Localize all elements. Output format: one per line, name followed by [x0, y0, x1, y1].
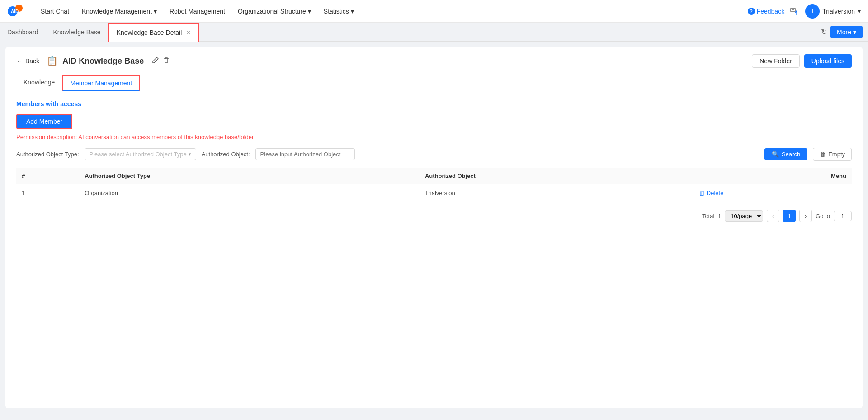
cell-object: Trialversion	[420, 184, 693, 202]
goto-input[interactable]	[834, 211, 852, 221]
cell-menu: 🗑 Delete	[693, 184, 852, 202]
nav-start-chat[interactable]: Start Chat	[35, 5, 75, 18]
nav-organizational-structure[interactable]: Organizational Structure ▾	[232, 5, 316, 18]
cell-index: 1	[16, 184, 79, 202]
table-row: 1 Organization Trialversion 🗑 Delete	[16, 184, 852, 202]
filter-row: Authorized Object Type: Please select Au…	[16, 148, 852, 161]
tab-knowledge[interactable]: Knowledge	[16, 75, 62, 91]
back-button[interactable]: ← Back	[16, 57, 39, 65]
chevron-down-icon: ▾	[154, 8, 157, 15]
tab-dashboard[interactable]: Dashboard	[0, 23, 46, 42]
upload-files-button[interactable]: Upload files	[804, 54, 852, 68]
type-filter-label: Authorized Object Type:	[16, 151, 79, 158]
translate-icon[interactable]	[790, 6, 800, 16]
avatar-circle: T	[805, 4, 820, 19]
members-section: Members with access Add Member Permissio…	[16, 100, 852, 222]
empty-button[interactable]: 🗑 Empty	[813, 148, 852, 161]
col-index: #	[16, 168, 79, 184]
tab-member-management[interactable]: Member Management	[62, 75, 140, 91]
cell-type: Organization	[79, 184, 420, 202]
close-icon[interactable]: ✕	[186, 29, 191, 36]
chevron-down-icon: ▾	[858, 8, 861, 15]
topright-actions: New Folder Upload files	[752, 54, 852, 68]
tabbar-right: ↻ More ▾	[821, 26, 868, 38]
permission-description: Permission description: AI conversation …	[16, 134, 852, 140]
edit-button[interactable]	[152, 56, 159, 65]
nav-statistics[interactable]: Statistics ▾	[318, 5, 359, 18]
chevron-down-icon: ▾	[308, 8, 311, 15]
col-menu: Menu	[693, 168, 852, 184]
question-icon: ?	[748, 8, 755, 15]
kb-title-actions	[152, 56, 170, 65]
search-button[interactable]: 🔍 Search	[764, 148, 807, 160]
page-size-select[interactable]: 10/page 20/page 50/page	[725, 210, 763, 222]
delete-button[interactable]	[163, 56, 170, 65]
goto-label: Go to	[816, 213, 830, 219]
prev-page-button[interactable]: ‹	[767, 210, 779, 222]
row-delete-button[interactable]: 🗑 Delete	[699, 190, 724, 196]
kb-title: 📋 AID Knowledge Base	[47, 56, 170, 66]
type-filter-select[interactable]: Please select Authorized Object Type ▾	[85, 148, 196, 160]
section-title: Members with access	[16, 100, 852, 107]
search-icon: 🔍	[772, 151, 779, 158]
back-row: ← Back 📋 AID Knowledge Base New Fol	[16, 54, 852, 68]
object-filter-input[interactable]	[255, 148, 355, 160]
tab-bar: Dashboard Knowledge Base Knowledge Base …	[0, 23, 868, 42]
nav-knowledge-management[interactable]: Knowledge Management ▾	[76, 5, 162, 18]
new-folder-button[interactable]: New Folder	[752, 54, 800, 68]
top-navigation: AID Start Chat Knowledge Management ▾ Ro…	[0, 0, 868, 23]
object-filter-label: Authorized Object:	[202, 151, 250, 158]
members-table: # Authorized Object Type Authorized Obje…	[16, 168, 852, 202]
col-type: Authorized Object Type	[79, 168, 420, 184]
chevron-down-icon: ▾	[189, 151, 191, 157]
next-page-button[interactable]: ›	[799, 210, 812, 222]
book-icon: 📋	[47, 56, 58, 66]
nav-items: Start Chat Knowledge Management ▾ Robot …	[35, 5, 748, 18]
more-button[interactable]: More ▾	[830, 26, 863, 38]
main-content: ← Back 📋 AID Knowledge Base New Fol	[5, 47, 863, 408]
back-arrow-icon: ←	[16, 57, 23, 65]
pagination: Total 1 10/page 20/page 50/page ‹ 1 › Go…	[16, 210, 852, 222]
svg-text:AID: AID	[11, 9, 19, 14]
chevron-down-icon: ▾	[853, 28, 856, 36]
trash-icon: 🗑	[820, 151, 826, 158]
chevron-down-icon: ▾	[351, 8, 354, 15]
logo: AID	[7, 3, 24, 20]
page-1-button[interactable]: 1	[783, 210, 796, 222]
tab-knowledge-base[interactable]: Knowledge Base	[46, 23, 108, 42]
content-tabs: Knowledge Member Management	[16, 75, 852, 91]
total-info: Total 1	[702, 213, 721, 219]
feedback-link[interactable]: ? Feedback	[748, 8, 784, 15]
add-member-button[interactable]: Add Member	[16, 114, 72, 129]
nav-right: ? Feedback T Trialversion ▾	[748, 4, 861, 19]
trash-icon: 🗑	[699, 190, 705, 196]
user-avatar[interactable]: T Trialversion ▾	[805, 4, 861, 19]
tab-knowledge-base-detail[interactable]: Knowledge Base Detail ✕	[108, 23, 199, 42]
col-object: Authorized Object	[420, 168, 693, 184]
nav-robot-management[interactable]: Robot Management	[164, 5, 231, 18]
refresh-button[interactable]: ↻	[821, 28, 827, 36]
